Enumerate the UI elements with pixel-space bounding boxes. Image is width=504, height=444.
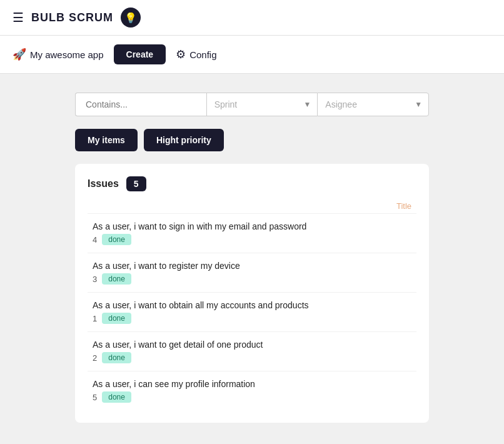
issue-text: As a user, i want to obtain all my accou… <box>93 300 411 310</box>
search-input[interactable] <box>75 93 206 116</box>
issues-section: Issues 5 Title As a user, i want to sign… <box>75 164 429 423</box>
app-link[interactable]: 🚀 My awesome app <box>13 48 104 61</box>
issue-row: As a user, i want to sign in with my ema… <box>88 213 416 253</box>
create-button[interactable]: Create <box>114 44 166 64</box>
my-items-button[interactable]: My items <box>75 129 138 151</box>
issues-title-column: Title <box>88 201 416 211</box>
issue-status-badge: done <box>102 273 131 285</box>
main-content: Sprint ▼ Asignee ▼ My items Hight priori… <box>0 74 504 441</box>
issue-text: As a user, i want to sign in with my ema… <box>93 221 411 231</box>
issue-text: As a user, i want to get detail of one p… <box>93 340 411 350</box>
issue-row: As a user, i want to register my device … <box>88 253 416 292</box>
app-link-label: My awesome app <box>30 49 104 60</box>
toolbar: 🚀 My awesome app Create ⚙ Config <box>0 36 504 74</box>
bulb-icon: 💡 <box>121 8 141 28</box>
issue-meta: 2 done <box>93 352 411 363</box>
issue-id: 3 <box>93 275 97 284</box>
issue-status-badge: done <box>102 313 131 324</box>
issue-text: As a user, i can see my profile informat… <box>93 379 411 389</box>
toggle-buttons: My items Hight priority <box>75 129 429 151</box>
menu-icon[interactable]: ☰ <box>13 10 24 25</box>
issues-count-badge: 5 <box>126 176 146 191</box>
header: ☰ BULB SCRUM 💡 <box>0 0 504 36</box>
issue-text: As a user, i want to register my device <box>93 261 411 271</box>
app-title: BULB SCRUM <box>31 11 113 24</box>
high-priority-button[interactable]: Hight priority <box>144 129 224 151</box>
assignee-select-wrapper: Asignee ▼ <box>317 93 429 116</box>
issue-id: 1 <box>93 314 97 323</box>
issue-status-badge: done <box>102 234 131 245</box>
filter-bar: Sprint ▼ Asignee ▼ <box>75 93 429 116</box>
issues-header: Issues 5 <box>88 176 416 191</box>
issue-meta: 5 done <box>93 391 411 403</box>
rocket-icon: 🚀 <box>13 48 26 61</box>
issue-meta: 3 done <box>93 273 411 285</box>
issue-id: 4 <box>93 235 97 245</box>
issue-status-badge: done <box>102 352 131 363</box>
config-link[interactable]: ⚙ Config <box>176 48 216 61</box>
issue-row: As a user, i want to get detail of one p… <box>88 331 416 371</box>
config-link-label: Config <box>189 49 216 60</box>
issue-status-badge: done <box>102 391 131 403</box>
sprint-select[interactable]: Sprint <box>207 93 318 116</box>
issue-id: 2 <box>93 353 97 363</box>
sprint-select-wrapper: Sprint ▼ <box>206 93 318 116</box>
assignee-select[interactable]: Asignee <box>318 93 428 116</box>
issue-row: As a user, i want to obtain all my accou… <box>88 292 416 331</box>
issues-label: Issues <box>88 178 119 189</box>
gear-icon: ⚙ <box>176 48 186 61</box>
issue-row: As a user, i can see my profile informat… <box>88 371 416 410</box>
issue-meta: 1 done <box>93 313 411 324</box>
issues-list: As a user, i want to sign in with my ema… <box>88 213 416 410</box>
issue-id: 5 <box>93 393 97 402</box>
issue-meta: 4 done <box>93 234 411 245</box>
